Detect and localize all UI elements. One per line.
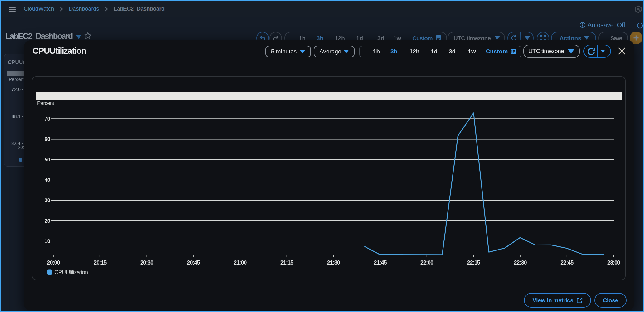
svg-text:20: 20	[45, 218, 50, 224]
svg-text:20:45: 20:45	[187, 260, 200, 266]
svg-text:20:00: 20:00	[47, 260, 60, 266]
svg-text:22:00: 22:00	[420, 260, 433, 266]
svg-text:21:30: 21:30	[327, 260, 340, 266]
svg-text:70: 70	[45, 116, 50, 121]
svg-text:21:45: 21:45	[374, 260, 387, 266]
svg-text:22:15: 22:15	[467, 260, 480, 266]
svg-text:20:30: 20:30	[140, 260, 153, 266]
svg-text:22:30: 22:30	[514, 260, 527, 266]
svg-text:60: 60	[45, 136, 50, 142]
svg-text:21:00: 21:00	[234, 260, 247, 266]
svg-text:30: 30	[45, 197, 50, 203]
svg-text:50: 50	[45, 157, 50, 162]
svg-text:20:15: 20:15	[94, 260, 107, 266]
svg-text:10: 10	[45, 238, 50, 244]
svg-text:22:45: 22:45	[560, 260, 574, 266]
svg-text:23:00: 23:00	[607, 260, 620, 266]
svg-text:CPUUtilization: CPUUtilization	[54, 269, 88, 275]
svg-text:21:15: 21:15	[280, 260, 293, 266]
svg-text:40: 40	[45, 177, 50, 183]
